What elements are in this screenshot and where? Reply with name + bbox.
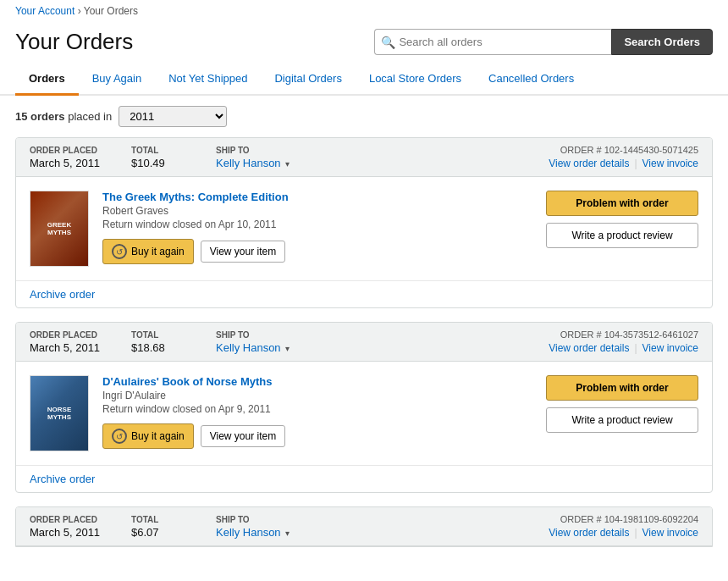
archive-row: Archive order bbox=[16, 465, 712, 492]
order-placed-label: ORDER PLACED bbox=[30, 515, 131, 524]
order-total-label: TOTAL bbox=[131, 146, 216, 155]
order-item-actions: ↺ Buy it again View your item bbox=[102, 239, 532, 264]
view-item-button[interactable]: View your item bbox=[201, 241, 285, 263]
page-title: Your Orders bbox=[15, 29, 133, 55]
divider: | bbox=[634, 527, 637, 539]
order-total-col: TOTAL $18.68 bbox=[131, 330, 216, 354]
order-total-col: TOTAL $10.49 bbox=[131, 146, 216, 169]
book-author: Robert Graves bbox=[102, 205, 532, 217]
order-ship-to[interactable]: Kelly Hanson ▾ bbox=[216, 341, 351, 354]
order-card-partial: ORDER PLACED March 5, 2011 TOTAL $6.07 S… bbox=[15, 506, 713, 547]
tabs-nav: Orders Buy Again Not Yet Shipped Digital… bbox=[0, 64, 728, 96]
order-ship-label: SHIP TO bbox=[216, 515, 351, 524]
order-links: View order details | View invoice bbox=[549, 342, 698, 354]
order-header-right: ORDER # 104-3573512-6461027 View order d… bbox=[549, 329, 698, 354]
ship-to-link[interactable]: Kelly Hanson bbox=[216, 341, 281, 354]
archive-order-link[interactable]: Archive order bbox=[30, 288, 95, 301]
divider: | bbox=[634, 158, 637, 169]
view-item-button[interactable]: View your item bbox=[201, 425, 285, 447]
order-total-label: TOTAL bbox=[131, 515, 216, 524]
archive-order-link[interactable]: Archive order bbox=[30, 473, 95, 485]
order-total-value: $6.07 bbox=[131, 526, 216, 539]
order-ship-label: SHIP TO bbox=[216, 146, 351, 155]
order-placed-col: ORDER PLACED March 5, 2011 bbox=[30, 515, 131, 539]
order-header: ORDER PLACED March 5, 2011 TOTAL $10.49 … bbox=[16, 138, 712, 177]
order-placed-label: ORDER PLACED bbox=[30, 330, 131, 340]
order-placed-col: ORDER PLACED March 5, 2011 bbox=[30, 330, 131, 354]
tab-orders[interactable]: Orders bbox=[15, 64, 79, 96]
order-links: View order details | View invoice bbox=[549, 527, 698, 539]
order-action-buttons: Problem with order Write a product revie… bbox=[546, 375, 698, 433]
order-action-buttons: Problem with order Write a product revie… bbox=[546, 191, 698, 248]
order-ship-to[interactable]: Kelly Hanson ▾ bbox=[216, 526, 351, 539]
order-card: ORDER PLACED March 5, 2011 TOTAL $18.68 … bbox=[15, 322, 713, 493]
order-ship-label: SHIP TO bbox=[216, 330, 351, 340]
view-order-details-link[interactable]: View order details bbox=[549, 527, 629, 539]
book-cover-norse: NORSEMYTHS bbox=[30, 375, 88, 451]
ship-to-dropdown-icon: ▾ bbox=[285, 344, 290, 353]
buy-again-button[interactable]: ↺ Buy it again bbox=[102, 239, 194, 264]
cart-icon: ↺ bbox=[112, 244, 127, 259]
problem-with-order-button[interactable]: Problem with order bbox=[546, 191, 698, 216]
cart-icon: ↺ bbox=[112, 429, 127, 444]
order-item-actions: ↺ Buy it again View your item bbox=[102, 423, 532, 449]
book-cover-greek: GREEKMYTHS bbox=[30, 191, 88, 267]
write-review-button[interactable]: Write a product review bbox=[546, 407, 698, 433]
view-invoice-link[interactable]: View invoice bbox=[643, 342, 698, 354]
return-window: Return window closed on Apr 9, 2011 bbox=[102, 403, 532, 415]
search-bar: 🔍 Search Orders bbox=[374, 29, 713, 55]
view-invoice-link[interactable]: View invoice bbox=[643, 527, 698, 539]
order-item-details: D'Aulaires' Book of Norse Myths Ingri D'… bbox=[102, 375, 532, 449]
tab-local-store-orders[interactable]: Local Store Orders bbox=[356, 64, 475, 96]
order-total-col: TOTAL $6.07 bbox=[131, 515, 216, 539]
breadcrumb: Your Account › Your Orders bbox=[0, 0, 728, 22]
book-title-link[interactable]: D'Aulaires' Book of Norse Myths bbox=[102, 375, 532, 388]
order-ship-to[interactable]: Kelly Hanson ▾ bbox=[216, 157, 351, 169]
view-order-details-link[interactable]: View order details bbox=[549, 342, 629, 354]
search-input-wrapper: 🔍 bbox=[374, 29, 611, 55]
tab-not-yet-shipped[interactable]: Not Yet Shipped bbox=[155, 64, 261, 96]
order-ship-col: SHIP TO Kelly Hanson ▾ bbox=[216, 146, 351, 169]
ship-to-link[interactable]: Kelly Hanson bbox=[216, 157, 281, 169]
order-total-label: TOTAL bbox=[131, 330, 216, 340]
order-placed-date: March 5, 2011 bbox=[30, 341, 131, 354]
order-header-right: ORDER # 104-1981109-6092204 View order d… bbox=[549, 514, 698, 539]
tab-buy-again[interactable]: Buy Again bbox=[79, 64, 156, 96]
archive-row: Archive order bbox=[16, 280, 712, 307]
order-item-details: The Greek Myths: Complete Edition Robert… bbox=[102, 191, 532, 264]
breadcrumb-current: Your Orders bbox=[84, 5, 138, 17]
book-author: Ingri D'Aulaire bbox=[102, 390, 532, 401]
book-title-link[interactable]: The Greek Myths: Complete Edition bbox=[102, 191, 532, 203]
search-icon: 🔍 bbox=[381, 36, 395, 49]
order-card: ORDER PLACED March 5, 2011 TOTAL $10.49 … bbox=[15, 137, 713, 308]
order-links: View order details | View invoice bbox=[549, 158, 698, 169]
order-book-image: GREEKMYTHS bbox=[30, 191, 89, 267]
order-ship-col: SHIP TO Kelly Hanson ▾ bbox=[216, 515, 351, 539]
search-input[interactable] bbox=[374, 29, 611, 55]
ship-to-link[interactable]: Kelly Hanson bbox=[216, 526, 281, 539]
buy-again-button[interactable]: ↺ Buy it again bbox=[102, 423, 194, 449]
breadcrumb-separator: › bbox=[78, 5, 81, 17]
breadcrumb-account-link[interactable]: Your Account bbox=[15, 5, 74, 17]
divider: | bbox=[634, 342, 637, 354]
order-number: ORDER # 102-1445430-5071425 bbox=[560, 145, 698, 155]
tab-digital-orders[interactable]: Digital Orders bbox=[261, 64, 355, 96]
order-body: GREEKMYTHS The Greek Myths: Complete Edi… bbox=[16, 177, 712, 280]
view-invoice-link[interactable]: View invoice bbox=[643, 158, 698, 169]
search-orders-button[interactable]: Search Orders bbox=[611, 29, 713, 55]
order-total-value: $18.68 bbox=[131, 341, 216, 354]
page-header: Your Orders 🔍 Search Orders bbox=[0, 22, 728, 55]
order-placed-date: March 5, 2011 bbox=[30, 157, 131, 169]
order-header: ORDER PLACED March 5, 2011 TOTAL $18.68 … bbox=[16, 323, 712, 362]
ship-to-dropdown-icon: ▾ bbox=[285, 528, 290, 538]
orders-count: 15 orders placed in bbox=[15, 110, 112, 123]
problem-with-order-button[interactable]: Problem with order bbox=[546, 375, 698, 401]
view-order-details-link[interactable]: View order details bbox=[549, 158, 629, 169]
order-ship-col: SHIP TO Kelly Hanson ▾ bbox=[216, 330, 351, 354]
tab-cancelled-orders[interactable]: Cancelled Orders bbox=[475, 64, 587, 96]
order-book-image: NORSEMYTHS bbox=[30, 375, 89, 451]
order-header-right: ORDER # 102-1445430-5071425 View order d… bbox=[549, 145, 698, 169]
year-selector[interactable]: 2011 2010 2009 last 30 days last 3 month… bbox=[119, 106, 227, 127]
write-review-button[interactable]: Write a product review bbox=[546, 223, 698, 248]
order-body: NORSEMYTHS D'Aulaires' Book of Norse Myt… bbox=[16, 362, 712, 465]
